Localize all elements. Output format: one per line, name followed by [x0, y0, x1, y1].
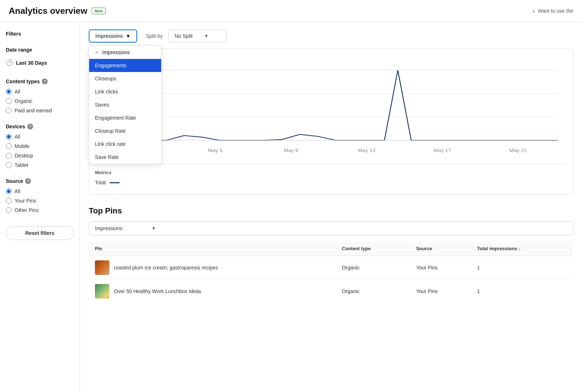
source-your-pins-label: Your Pins — [15, 198, 36, 204]
filters-title: Filters — [6, 31, 74, 37]
source-cell-2: Your Pins — [410, 280, 471, 303]
clock-icon: 🕐 — [6, 59, 13, 66]
split-dropdown-arrow-icon: ▼ — [204, 33, 208, 39]
metrics-section: Metrics Total — [95, 164, 567, 188]
table-row: Over 50 Healthy Work Lunchbox Ideas Orga… — [89, 280, 573, 303]
pins-dropdown-arrow-icon: ▼ — [151, 226, 156, 231]
dropdown-item-label-link-clicks: Link clicks — [95, 89, 118, 95]
col-header-content-type: Content type — [336, 241, 410, 256]
dropdown-item-link-clicks[interactable]: Link clicks — [89, 85, 161, 98]
new-badge: New — [92, 8, 106, 14]
chart-controls: Impressions ▼ ✓ Impressions Engagements — [89, 29, 573, 43]
dropdown-item-label-impressions: Impressions — [102, 49, 129, 55]
devices-help-icon[interactable]: ? — [27, 124, 33, 129]
source-all[interactable]: All — [6, 188, 74, 194]
source-radio-group: All Your Pins Other Pins — [6, 188, 74, 213]
content-type-cell-2: Organic — [336, 280, 410, 303]
content-type-cell-1: Organic — [336, 256, 410, 280]
content-types-help-icon[interactable]: ? — [42, 79, 48, 84]
content-type-paid[interactable]: Paid and earned — [6, 108, 74, 113]
source-help-icon[interactable]: ? — [25, 178, 31, 184]
content-types-section: Content types ? All Organic Paid and ear… — [6, 79, 74, 113]
dropdown-item-closeups[interactable]: Closeups — [89, 72, 161, 85]
dropdown-item-engagements[interactable]: Engagements — [89, 59, 161, 72]
svg-text:May 5: May 5 — [208, 148, 223, 153]
pins-table-body: roasted plum ice cream; gastroparesis re… — [89, 256, 573, 303]
dropdown-item-label-save-rate: Save Rate — [95, 154, 119, 160]
col-header-total-impressions[interactable]: Total impressions ↓ — [471, 241, 573, 256]
metric-dropdown-label: Impressions — [95, 33, 123, 39]
dropdown-item-label-closeups: Closeups — [95, 76, 116, 81]
content-types-title: Content types ? — [6, 79, 74, 84]
sidebar: Filters Date range 🕐 Last 30 Days Conten… — [0, 22, 80, 392]
dropdown-item-link-click-rate[interactable]: Link click rate — [89, 137, 161, 151]
source-title: Source ? — [6, 178, 74, 184]
content-type-paid-label: Paid and earned — [15, 108, 52, 113]
content-type-all-label: All — [15, 89, 20, 95]
metric-dropdown-menu: ✓ Impressions Engagements Closeups Link … — [89, 45, 162, 164]
svg-text:May 17: May 17 — [434, 148, 451, 153]
check-mark-icon: ✓ — [95, 50, 99, 55]
device-tablet-label: Tablet — [15, 162, 28, 168]
dropdown-item-closeup-rate[interactable]: Closeup Rate — [89, 124, 161, 137]
table-row: roasted plum ice cream; gastroparesis re… — [89, 256, 573, 280]
dropdown-item-engagement-rate[interactable]: Engagement Rate — [89, 111, 161, 124]
device-all-label: All — [15, 134, 20, 140]
main-layout: Filters Date range 🕐 Last 30 Days Conten… — [0, 22, 582, 392]
chevron-left-icon: ‹ — [533, 7, 535, 15]
pin-cell-1: roasted plum ice cream; gastroparesis re… — [89, 256, 336, 280]
impressions-cell-1: 1 — [471, 256, 573, 280]
col-header-pin: Pin — [89, 241, 336, 256]
source-other-pins[interactable]: Other Pins — [6, 207, 74, 213]
pin-cell-content-2: Over 50 Healthy Work Lunchbox Ideas — [95, 284, 330, 299]
app-container: Analytics overview New ‹ Want to use the… — [0, 0, 582, 392]
source-your-pins[interactable]: Your Pins — [6, 198, 74, 204]
impressions-cell-2: 1 — [471, 280, 573, 303]
header-right-action[interactable]: ‹ Want to use the — [533, 7, 573, 15]
split-dropdown[interactable]: No Split ▼ — [168, 30, 227, 42]
dropdown-item-impressions[interactable]: ✓ Impressions — [89, 46, 161, 59]
svg-text:May 21: May 21 — [509, 148, 527, 153]
device-desktop[interactable]: Desktop — [6, 153, 74, 159]
chart-svg: 4 May 1 May 5 May 9 May 13 May 17 May 21 — [95, 55, 567, 164]
content-type-all[interactable]: All — [6, 89, 74, 95]
pins-table: Pin Content type Source Total impression… — [89, 241, 573, 303]
device-tablet[interactable]: Tablet — [6, 162, 74, 168]
date-range-section: Date range 🕐 Last 30 Days — [6, 47, 74, 68]
svg-text:May 13: May 13 — [358, 148, 376, 153]
devices-radio-group: All Mobile Desktop Tablet — [6, 134, 74, 168]
pin-cell-2: Over 50 Healthy Work Lunchbox Ideas — [89, 280, 336, 303]
dropdown-item-save-rate[interactable]: Save Rate — [89, 151, 161, 164]
source-section: Source ? All Your Pins Other Pins — [6, 178, 74, 213]
dropdown-item-label-closeup-rate: Closeup Rate — [95, 128, 126, 134]
pin-thumbnail-2 — [95, 284, 109, 299]
pins-metric-dropdown[interactable]: Impressions ▼ — [89, 221, 573, 235]
device-desktop-label: Desktop — [15, 153, 33, 159]
reset-filters-button[interactable]: Reset filters — [6, 226, 74, 240]
pin-title-2: Over 50 Healthy Work Lunchbox Ideas — [114, 288, 201, 294]
page-title: Analytics overview — [9, 6, 87, 16]
source-all-label: All — [15, 188, 20, 194]
devices-title: Devices ? — [6, 124, 74, 129]
date-range-selector[interactable]: 🕐 Last 30 Days — [6, 57, 74, 68]
pin-cell-content-1: roasted plum ice cream; gastroparesis re… — [95, 260, 330, 275]
metrics-legend: Total — [95, 180, 567, 185]
dropdown-item-label-engagements: Engagements — [95, 63, 126, 68]
split-dropdown-label: No Split — [175, 33, 192, 39]
devices-section: Devices ? All Mobile Desktop — [6, 124, 74, 168]
device-all[interactable]: All — [6, 134, 74, 140]
total-legend-label: Total — [95, 180, 106, 185]
content-types-radio-group: All Organic Paid and earned — [6, 89, 74, 113]
pin-thumbnail-1 — [95, 260, 109, 275]
top-pins-title: Top Pins — [89, 206, 573, 216]
dropdown-item-label-engagement-rate: Engagement Rate — [95, 115, 136, 121]
date-range-value: Last 30 Days — [16, 60, 47, 66]
source-cell-1: Your Pins — [410, 256, 471, 280]
source-other-pins-label: Other Pins — [15, 207, 39, 213]
dropdown-item-saves[interactable]: Saves — [89, 98, 161, 111]
content-type-organic[interactable]: Organic — [6, 98, 74, 104]
device-mobile[interactable]: Mobile — [6, 143, 74, 149]
metric-dropdown-button[interactable]: Impressions ▼ — [89, 29, 137, 43]
want-to-use-text: Want to use the — [538, 8, 573, 14]
pins-table-header: Pin Content type Source Total impression… — [89, 241, 573, 256]
